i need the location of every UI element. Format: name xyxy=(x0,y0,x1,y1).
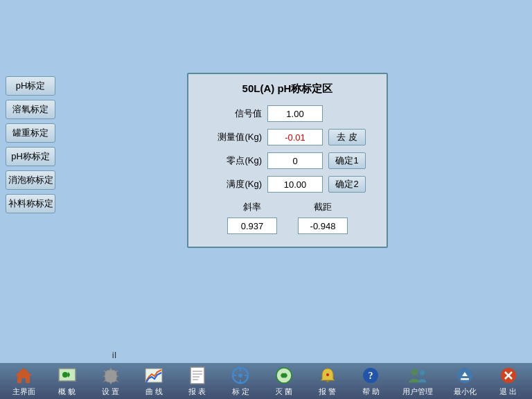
full-row: 满度(Kg) 确定2 xyxy=(200,176,375,193)
taskbar-user-mgmt[interactable]: 用户管理 xyxy=(393,365,442,397)
taskbar-exit-label: 退 出 xyxy=(499,387,517,397)
taskbar-help-label: 帮 助 xyxy=(362,387,380,397)
slope-value: 0.937 xyxy=(227,218,277,234)
signal-row: 信号值 xyxy=(200,105,375,122)
dialog-title: 50L(A) pH称标定区 xyxy=(200,82,375,96)
calibration-dialog: 50L(A) pH称标定区 信号值 测量值(Kg) 去 皮 零点(Kg) 确定1… xyxy=(187,73,388,248)
slope-col: 斜率 0.937 xyxy=(227,201,277,234)
taskbar-minimize-label: 最小化 xyxy=(454,387,477,397)
taskbar-home[interactable]: 主界面 xyxy=(3,365,45,397)
taskbar: 主界面 概 貌 设 置 曲 xyxy=(0,363,532,399)
signal-input[interactable] xyxy=(267,105,323,122)
zero-label: 零点(Kg) xyxy=(200,154,262,167)
exit-icon xyxy=(499,366,518,385)
taskbar-overview-label: 概 貌 xyxy=(58,387,76,397)
svg-rect-17 xyxy=(326,380,329,382)
home-icon xyxy=(14,366,33,385)
minimize-icon xyxy=(455,366,475,385)
taskbar-curve[interactable]: 曲 线 xyxy=(133,365,175,397)
sidebar: pH标定 溶氧标定 罐重标定 pH称标定 消泡称标定 补料称标定 xyxy=(6,76,55,213)
svg-point-18 xyxy=(326,373,329,376)
measure-label: 测量值(Kg) xyxy=(200,131,262,143)
tare-button[interactable]: 去 皮 xyxy=(328,129,366,145)
taskbar-settings-label: 设 置 xyxy=(102,387,119,397)
taskbar-alarm-label: 报 警 xyxy=(319,387,336,397)
svg-point-2 xyxy=(62,372,68,378)
svg-rect-24 xyxy=(461,378,469,380)
measure-input[interactable] xyxy=(267,129,323,145)
taskbar-help[interactable]: ? 帮 助 xyxy=(350,365,392,397)
svg-text:?: ? xyxy=(369,371,373,381)
intercept-label: 截距 xyxy=(314,201,332,213)
taskbar-overview[interactable]: 概 貌 xyxy=(46,365,89,397)
user-icon xyxy=(408,366,427,385)
taskbar-sterilize-label: 灭 菌 xyxy=(275,387,292,397)
taskbar-report-label: 报 表 xyxy=(188,387,206,397)
slope-label: 斜率 xyxy=(243,201,261,213)
alarm-icon xyxy=(318,366,337,385)
taskbar-alarm[interactable]: 报 警 xyxy=(306,365,348,397)
confirm2-button[interactable]: 确定2 xyxy=(328,176,366,193)
svg-point-15 xyxy=(238,373,242,378)
taskbar-user-label: 用户管理 xyxy=(402,387,433,397)
svg-rect-5 xyxy=(190,367,204,384)
sidebar-btn-ph-scale-calib[interactable]: pH称标定 xyxy=(6,147,55,166)
full-label: 满度(Kg) xyxy=(200,178,262,190)
confirm1-button[interactable]: 确定1 xyxy=(328,152,366,169)
taskbar-calibrate[interactable]: 标 定 xyxy=(220,365,262,397)
full-input[interactable] xyxy=(267,176,323,193)
help-icon: ? xyxy=(361,366,380,385)
sidebar-btn-defoam-calib[interactable]: 消泡称标定 xyxy=(6,170,55,190)
curve-icon xyxy=(144,366,163,385)
coefficients-section: 斜率 0.937 截距 -0.948 xyxy=(200,201,375,234)
taskbar-calibrate-label: 标 定 xyxy=(232,387,249,397)
intercept-value: -0.948 xyxy=(298,218,348,234)
taskbar-minimize[interactable]: 最小化 xyxy=(444,365,486,397)
sidebar-btn-tank-calib[interactable]: 罐重标定 xyxy=(6,123,55,143)
taskbar-report[interactable]: 报 表 xyxy=(176,365,218,397)
svg-point-22 xyxy=(420,370,425,375)
svg-point-21 xyxy=(411,369,418,375)
signal-label: 信号值 xyxy=(200,107,262,120)
taskbar-sterilize[interactable]: 灭 菌 xyxy=(263,365,305,397)
calibrate-icon xyxy=(231,366,250,385)
zero-row: 零点(Kg) 确定1 xyxy=(200,152,375,169)
measure-row: 测量值(Kg) 去 皮 xyxy=(200,129,375,145)
svg-marker-0 xyxy=(15,368,32,383)
zero-input[interactable] xyxy=(267,152,323,169)
taskbar-exit[interactable]: 退 出 xyxy=(487,365,529,397)
report-icon xyxy=(188,366,207,385)
overview-icon xyxy=(57,366,77,385)
sidebar-btn-feed-calib[interactable]: 补料称标定 xyxy=(6,194,55,213)
taskbar-settings[interactable]: 设 置 xyxy=(89,365,132,397)
sidebar-btn-ph-calib[interactable]: pH标定 xyxy=(6,76,55,96)
taskbar-home-label: 主界面 xyxy=(12,387,35,397)
bottom-corner-text: iI xyxy=(93,346,136,363)
intercept-col: 截距 -0.948 xyxy=(298,201,348,234)
taskbar-curve-label: 曲 线 xyxy=(145,387,163,397)
sterilize-icon xyxy=(274,366,294,385)
settings-icon xyxy=(101,366,121,385)
sidebar-btn-do-calib[interactable]: 溶氧标定 xyxy=(6,100,55,119)
